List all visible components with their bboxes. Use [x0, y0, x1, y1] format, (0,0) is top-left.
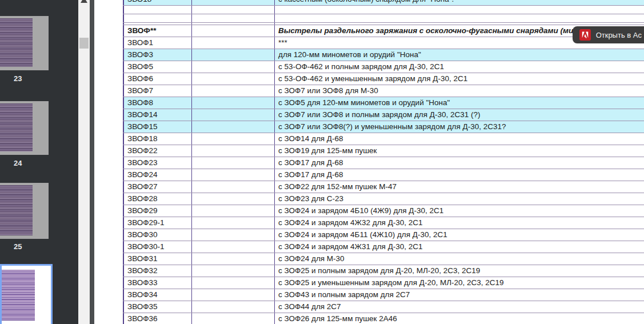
designation-cell: ЗВОФ24	[123, 169, 191, 181]
designation-cell: ЗВОФ**	[123, 25, 191, 37]
sidebar-scrollbar-track[interactable]	[78, 0, 90, 324]
description-cell: с ЗОФ23 для С-23	[274, 193, 644, 205]
description-cell: с ЗОФ25 и полным зарядом для Д-20, МЛ-20…	[274, 265, 644, 277]
empty-cell	[191, 14, 274, 22]
page-thumbnail-25[interactable]	[0, 183, 49, 239]
designation-cell: ЗВОФ32	[123, 265, 191, 277]
empty-cell	[191, 23, 274, 25]
designation-cell: ЗВОФ8	[123, 97, 191, 109]
designation-cell: ЗВОФ23	[123, 157, 191, 169]
table-row: ЗВОФ7с ЗОФ7 или ЗОФ8 для М-30	[123, 85, 644, 97]
empty-cell	[191, 61, 274, 73]
sidebar-scrollbar-thumb[interactable]	[79, 38, 89, 49]
description-cell	[274, 6, 644, 14]
empty-cell	[191, 97, 274, 109]
designation-cell: ЗВОФ18	[123, 133, 191, 145]
description-cell: с ЗОФ19 для 125-мм пушек	[274, 145, 644, 157]
table-row: ЗВОФ18с ЗОФ14 для Д-68	[123, 133, 644, 145]
empty-cell	[191, 25, 274, 37]
page-thumbnail-23[interactable]	[0, 16, 49, 70]
empty-cell	[191, 265, 274, 277]
empty-cell	[191, 217, 274, 229]
table-row: ЗВОФ29с ЗОФ24 и зарядом 4Б10 (4Ж9) для Д…	[123, 205, 644, 217]
thumbnail-preview	[0, 185, 33, 235]
empty-cell	[191, 313, 274, 324]
description-cell: с ЗОФ24 и зарядом 4Ж31 для Д-30, 2С1	[274, 241, 644, 253]
page-thumbnail-selected[interactable]	[0, 264, 53, 324]
description-cell: с ЗОФ17 для Д-68	[274, 169, 644, 181]
thumbnail-sidebar: 232425	[0, 0, 78, 324]
open-in-acrobat-button[interactable]: Открыть в Ac	[573, 26, 644, 43]
table-row: ЗВОФ29-1с ЗОФ24 и зарядом 4Ж32 для Д-30,…	[123, 217, 644, 229]
empty-cell	[191, 289, 274, 301]
table-row: ЗВОФ32с ЗОФ25 и полным зарядом для Д-20,…	[123, 265, 644, 277]
table-row: ЗВОФ36с ЗОФ26 для 125-мм пушек 2А46	[123, 313, 644, 324]
table-row: ЗВОФ24с ЗОФ17 для Д-68	[123, 169, 644, 181]
description-cell: для 120-мм минометов и орудий "Нона"	[274, 49, 644, 61]
empty-cell	[191, 85, 274, 97]
description-cell: с ЗОФ7 или ЗОФ8 и полным зарядом для Д-3…	[274, 109, 644, 121]
table-row	[123, 6, 644, 14]
description-cell: с ЗОФ24 и зарядом 4Б11 (4Ж10) для Д-30, …	[274, 229, 644, 241]
ordnance-table: ЗВО18с кассетным (осколочным) снарядом д…	[123, 0, 644, 324]
thumbnail-preview	[2, 270, 35, 321]
designation-cell: ЗВОФ36	[123, 313, 191, 324]
designation-cell: ЗВОФ30	[123, 229, 191, 241]
table-row: ЗВОФ33с ЗОФ25 и уменьшенным зарядом для …	[123, 277, 644, 289]
table-row: ЗВОФ34с ЗОФ43 и полным зарядом для 2С7	[123, 289, 644, 301]
designation-cell: ЗВОФ29	[123, 205, 191, 217]
description-cell	[274, 14, 644, 22]
designation-cell: ЗВОФ31	[123, 253, 191, 265]
description-cell: с ЗОФ7 или ЗОФ8(?) и уменьшенным зарядом…	[274, 121, 644, 133]
empty-cell	[191, 277, 274, 289]
table-row: ЗВОФ6с 53-ОФ-462 и уменьшенным зарядом д…	[123, 73, 644, 85]
description-cell: с ЗОФ44 для 2С7	[274, 301, 644, 313]
pdf-page-area: ЗВО18с кассетным (осколочным) снарядом д…	[94, 0, 644, 324]
description-cell: с 53-ОФ-462 и уменьшенным зарядом для Д-…	[274, 73, 644, 85]
thumbnail-page-number: 23	[14, 74, 22, 83]
empty-cell	[191, 37, 274, 49]
designation-cell: ЗВОФ22	[123, 145, 191, 157]
designation-cell: ЗВОФ3	[123, 49, 191, 61]
designation-cell: ЗВОФ35	[123, 301, 191, 313]
empty-cell	[191, 49, 274, 61]
empty-cell	[191, 73, 274, 85]
designation-cell	[123, 14, 191, 22]
page-thumbnail-24[interactable]	[0, 101, 49, 155]
table-row: ЗВОФ28с ЗОФ23 для С-23	[123, 193, 644, 205]
description-cell: с ЗОФ24 и зарядом 4Б10 (4Ж9) для Д-30, 2…	[274, 205, 644, 217]
designation-cell: ЗВОФ1	[123, 37, 191, 49]
designation-cell: ЗВОФ30-1	[123, 241, 191, 253]
table-row: ЗВОФ5с 53-ОФ-462 и полным зарядом для Д-…	[123, 61, 644, 73]
table-row: ЗВОФ1***	[123, 37, 644, 49]
description-cell: с ЗОФ24 для М-30	[274, 253, 644, 265]
designation-cell: ЗВОФ6	[123, 73, 191, 85]
table-row: ЗВОФ35с ЗОФ44 для 2С7	[123, 301, 644, 313]
description-cell: с ЗОФ5 для 120-мм минометов и орудий "Но…	[274, 97, 644, 109]
table-row: ЗВОФ14с ЗОФ7 или ЗОФ8 и полным зарядом д…	[123, 109, 644, 121]
table-row: ЗВОФ3для 120-мм минометов и орудий "Нона…	[123, 49, 644, 61]
thumbnail-preview	[0, 18, 33, 67]
empty-cell	[191, 181, 274, 193]
designation-cell: ЗВОФ28	[123, 193, 191, 205]
scroll-up-arrow-icon[interactable]	[81, 0, 87, 3]
table-row	[123, 14, 644, 23]
description-cell: с ЗОФ17 для Д-68	[274, 157, 644, 169]
thumbnail-page-number: 25	[14, 242, 22, 251]
description-cell: с 53-ОФ-462 и полным зарядом для Д-30, 2…	[274, 61, 644, 73]
designation-cell: ЗВОФ5	[123, 61, 191, 73]
designation-cell: ЗВОФ15	[123, 121, 191, 133]
table-row: ЗВОФ30с ЗОФ24 и зарядом 4Б11 (4Ж10) для …	[123, 229, 644, 241]
table-row: ЗВОФ27с ЗОФ22 для 152-мм пушек М-47	[123, 181, 644, 193]
table-row: ЗВОФ8с ЗОФ5 для 120-мм минометов и оруди…	[123, 97, 644, 109]
empty-cell	[191, 169, 274, 181]
empty-cell	[191, 193, 274, 205]
empty-cell	[191, 205, 274, 217]
table-row: ЗВО18с кассетным (осколочным) снарядом д…	[123, 0, 644, 6]
thumbnail-preview	[0, 103, 33, 151]
acrobat-pdf-icon	[579, 29, 591, 41]
table-row: ЗВОФ**Выстрелы раздельного заряжания с о…	[123, 25, 644, 37]
empty-cell	[191, 109, 274, 121]
description-cell: с ЗОФ22 для 152-мм пушек М-47	[274, 181, 644, 193]
thumbnail-page-number: 24	[14, 159, 22, 167]
